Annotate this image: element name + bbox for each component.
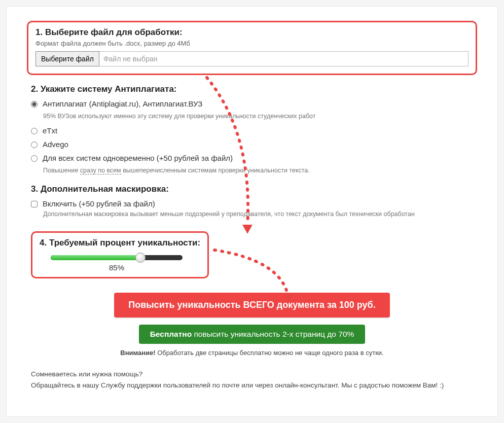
radio-input-antiplagiat[interactable] [31, 101, 38, 108]
slider-value: 85% [51, 263, 183, 272]
option-desc: Повышение сразу по всем вышеперечисленны… [43, 166, 477, 175]
radio-input-all[interactable] [31, 155, 38, 162]
masking-desc: Дополнительная маскировка вызывает меньш… [43, 210, 477, 219]
radio-label: eTxt [43, 126, 57, 135]
masking-checkbox[interactable] [31, 201, 38, 207]
submit-free-button[interactable]: Бесплатно повысить уникальность 2-х стра… [139, 325, 366, 344]
green-bold: Бесплатно [150, 330, 192, 338]
masking-checkbox-row[interactable]: Включить (+50 рублей за файл) [31, 199, 477, 208]
notice-rest: Обработать две страницы бесплатно можно … [156, 349, 384, 357]
file-input-row: Выберите файл Файл не выбран [35, 51, 469, 66]
form-card: 1. Выберите файл для обработки: Формат ф… [6, 6, 498, 417]
radio-input-advego[interactable] [31, 142, 38, 148]
slider-handle[interactable] [135, 253, 146, 263]
slider-fill [51, 255, 140, 260]
help-line2: Обращайтесь в нашу Службу поддержки поль… [31, 380, 477, 392]
step4-highlight: 4. Требуемый процент уникальности: 85% [31, 231, 209, 278]
file-status: Файл не выбран [99, 51, 469, 66]
radio-input-etxt[interactable] [31, 128, 38, 134]
desc-text: вышеперечисленным системам проверки уник… [121, 167, 310, 174]
step3-section: 3. Дополнительная маскировка: Включить (… [31, 184, 477, 219]
notice-bold: Внимание! [120, 349, 155, 357]
step1-highlight: 1. Выберите файл для обработки: Формат ф… [27, 21, 477, 75]
radio-label: Антиплагиат (Antiplagiat.ru), Антиплагиа… [43, 99, 202, 108]
svg-marker-0 [242, 225, 253, 234]
step1-title: 1. Выберите файл для обработки: [35, 27, 469, 38]
uniqueness-slider[interactable] [51, 255, 183, 260]
green-rest: повысить уникальность 2-х страниц до 70% [192, 330, 354, 338]
masking-label: Включить (+50 рублей за файл) [43, 199, 155, 208]
slider-track [51, 255, 183, 260]
radio-label: Advego [43, 140, 68, 149]
desc-text: Повышение [43, 167, 80, 174]
step3-title: 3. Дополнительная маскировка: [31, 184, 477, 194]
step4-title: 4. Требуемый процент уникальности: [40, 238, 200, 248]
option-desc: 95% ВУЗов используют именно эту систему … [43, 112, 477, 121]
choose-file-button[interactable]: Выберите файл [35, 51, 99, 66]
step2-title: 2. Укажите систему Антиплагиата: [31, 84, 477, 94]
notice-text: Внимание! Обработать две страницы беспла… [27, 349, 477, 357]
radio-option-advego[interactable]: Advego [31, 140, 477, 149]
radio-option-antiplagiat[interactable]: Антиплагиат (Antiplagiat.ru), Антиплагиа… [31, 99, 477, 108]
desc-underline: сразу по всем [80, 167, 121, 174]
radio-label: Для всех систем одновременно (+50 рублей… [43, 154, 233, 162]
radio-option-all[interactable]: Для всех систем одновременно (+50 рублей… [31, 154, 477, 162]
submit-paid-button[interactable]: Повысить уникальность ВСЕГО документа за… [114, 293, 389, 318]
help-text: Сомневаетесь или нужна помощь? Обращайте… [31, 369, 477, 392]
help-line1: Сомневаетесь или нужна помощь? [31, 369, 477, 380]
radio-option-etxt[interactable]: eTxt [31, 126, 477, 135]
step1-subtitle: Формат файла должен быть .docx, размер д… [35, 40, 469, 47]
step2-section: 2. Укажите систему Антиплагиата: Антипла… [31, 84, 477, 175]
